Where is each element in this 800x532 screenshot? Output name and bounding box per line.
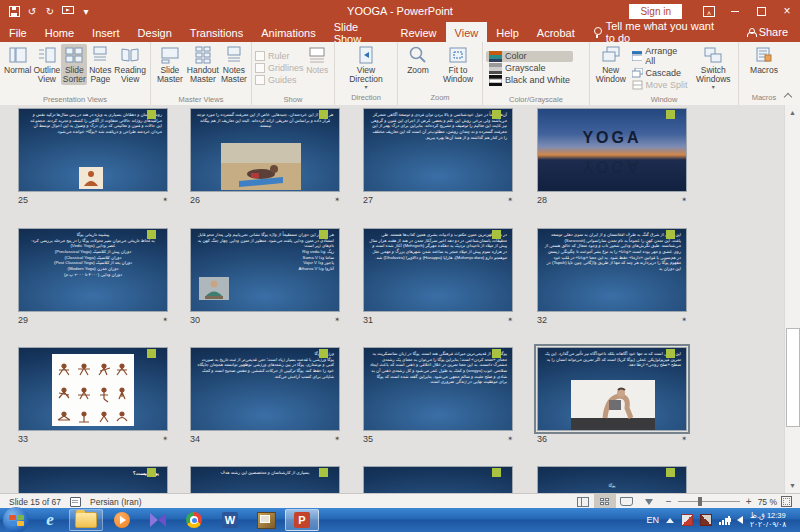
sign-in-button[interactable]: Sign in [629,4,682,19]
transition-star-icon[interactable]: ✶ [334,196,340,204]
taskbar-photo-viewer-icon[interactable] [249,509,283,531]
transition-star-icon[interactable]: ✶ [507,196,513,204]
switch-windows-button[interactable]: Switch Windows▾ [692,44,735,92]
start-slideshow-icon[interactable] [62,5,74,17]
cascade-button[interactable]: Cascade [629,68,692,78]
slide-thumbnail-38-partial[interactable]: بسیاری از کارشناسان و متخصصین این رشته ه… [190,466,340,493]
zoom-out-icon[interactable]: − [664,496,674,507]
transition-star-icon[interactable]: ✶ [681,435,687,443]
reading-view-button[interactable]: Reading View [113,44,147,85]
slide-thumbnail-33[interactable] [18,347,168,431]
slide-thumbnail-40-partial[interactable]: یوگا [537,466,687,493]
language-indicator[interactable]: EN [646,515,659,525]
transition-star-icon[interactable]: ✶ [162,316,168,324]
slide-thumbnail-36-selected[interactable]: این علمی است که نه تنها خود آگاهانه بلکه… [537,347,687,431]
slide-sorter-status-button[interactable] [594,494,616,509]
taskbar-chrome-icon[interactable] [177,509,211,531]
tab-design[interactable]: Design [129,22,181,42]
fit-slide-to-window-icon[interactable] [781,496,792,507]
tab-home[interactable]: Home [36,22,83,42]
view-direction-button[interactable]: View Direction▾ [341,44,391,92]
volume-icon[interactable] [737,516,743,524]
slide-thumbnail-35[interactable]: یوگا یکی از قدیمی‌ترین میراث فرهنگی هند … [363,347,513,431]
tab-slide-show[interactable]: Slide Show [325,22,392,42]
tray-icon-2[interactable] [700,514,712,526]
tell-me-box[interactable]: Tell me what you want to do [584,22,735,42]
transition-star-icon[interactable]: ✶ [681,316,687,324]
slide-thumbnail-30[interactable]: هر چند در این دوران مستقیماً از واژه یوگ… [190,228,340,312]
transition-star-icon[interactable]: ✶ [507,316,513,324]
qat-customize-icon[interactable]: ▾ [80,5,92,17]
zoom-button[interactable]: Zoom [402,44,434,76]
vertical-scrollbar[interactable]: ▲ ▼ [784,105,800,493]
slide-thumbnail-26[interactable]: هر کدام از این خردمندان، جنبه‌هایی خاص ا… [190,108,340,192]
zoom-track[interactable] [678,501,740,502]
notes-master-button[interactable]: Notes Master [220,44,248,85]
zoom-slider[interactable]: − + [664,496,754,507]
slide-thumbnail-32[interactable]: این تمدن از شرق گنگ به طرف افغانستان و ا… [537,228,687,312]
taskbar-explorer-icon[interactable] [69,509,103,531]
hidden-icons-arrow[interactable] [666,518,674,523]
ribbon-display-options-button[interactable]: ˄ [696,0,722,22]
handout-master-button[interactable]: Handout Master [186,44,220,85]
minimize-button[interactable] [722,0,748,22]
black-and-white-button[interactable]: Black and White [486,75,573,86]
save-icon[interactable] [8,5,20,17]
slide-sorter-button[interactable]: Slide Sorter [61,44,87,85]
tab-view[interactable]: View [446,22,488,42]
scroll-up-arrow[interactable]: ▲ [785,105,800,120]
taskbar-internet-explorer-icon[interactable]: e [33,509,67,531]
taskbar-kmplayer-icon[interactable] [141,509,175,531]
slide-thumbnail-29[interactable]: پیشینه تاریخی یوگا به لحاظ تاریخی می‌توا… [18,228,168,312]
slide-thumbnail-25[interactable]: روشن سنان و دهقانان بسیاری به ویژه در هن… [18,108,168,192]
slide-counter[interactable]: Slide 15 of 67 [9,497,61,507]
taskbar-powerpoint-icon[interactable]: P [285,509,319,531]
clock[interactable]: 12:39 ق.ظ ۲۰۲۰/۰۹/۰۸ [750,511,794,529]
tab-transitions[interactable]: Transitions [181,22,252,42]
fit-to-window-button[interactable]: Fit to Window [438,44,478,85]
share-button[interactable]: Share [735,22,800,42]
zoom-in-icon[interactable]: + [744,496,754,507]
notes-page-button[interactable]: Notes Page [87,44,113,85]
normal-view-status-button[interactable] [572,494,594,509]
transition-star-icon[interactable]: ✶ [334,435,340,443]
tab-file[interactable]: File [0,22,36,42]
close-button[interactable]: × [774,0,800,22]
tab-animations[interactable]: Animations [252,22,324,42]
normal-view-button[interactable]: Normal [3,44,32,76]
outline-view-button[interactable]: Outline View [32,44,61,85]
zoom-percentage[interactable]: 75 % [758,497,777,507]
language-status[interactable]: Persian (Iran) [90,497,142,507]
slide-thumbnail-28[interactable]: YOGA YOGA [537,108,687,192]
scrollbar-thumb[interactable] [786,328,800,427]
slide-thumbnail-37-partial[interactable]: یوگا چیست؟ [18,466,168,493]
slide-thumbnail-31[interactable]: در واقع کهن‌ترین متون مکتوب و ادبیات بشر… [363,228,513,312]
transition-star-icon[interactable]: ✶ [507,435,513,443]
slide-thumbnail-39-partial[interactable] [363,466,513,493]
taskbar-media-player-icon[interactable] [105,509,139,531]
macros-button[interactable]: Macros [746,44,782,76]
restore-button[interactable] [748,0,774,22]
transition-star-icon[interactable]: ✶ [334,316,340,324]
color-button[interactable]: Color [486,51,573,62]
transition-star-icon[interactable]: ✶ [681,196,687,204]
slide-show-status-button[interactable] [638,494,660,509]
slide-thumbnail-27[interactable]: آن‌ها تماماً در حول خودشناسی و بالا بردن… [363,108,513,192]
start-button[interactable] [3,507,29,532]
tab-help[interactable]: Help [487,22,528,42]
spell-check-icon[interactable] [70,497,81,507]
zoom-thumb[interactable] [698,497,702,506]
slide-thumbnail-34[interactable]: ورزش یوگا یوگا ورزشی با قدمت بسیار زیاد … [190,347,340,431]
grayscale-button[interactable]: Grayscale [486,63,573,74]
arrange-all-button[interactable]: Arrange All [629,46,692,66]
reading-view-status-button[interactable] [616,494,638,509]
scroll-down-arrow[interactable]: ▼ [785,478,800,493]
transition-star-icon[interactable]: ✶ [162,196,168,204]
tab-review[interactable]: Review [392,22,446,42]
tab-acrobat[interactable]: Acrobat [528,22,584,42]
taskbar-word-icon[interactable]: W [213,509,247,531]
tray-icon-1[interactable] [681,514,693,526]
slide-master-button[interactable]: Slide Master [154,44,186,85]
tab-insert[interactable]: Insert [83,22,129,42]
redo-icon[interactable]: ↻ [44,5,56,17]
